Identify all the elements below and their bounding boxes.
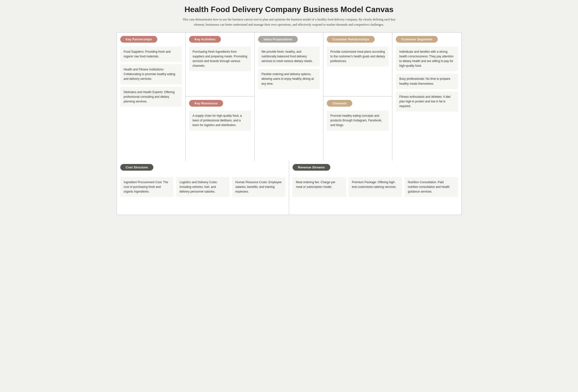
kp-card-1: Food Suppliers: Providing fresh and orga… bbox=[120, 46, 182, 62]
channels-label: Channels bbox=[327, 100, 352, 107]
key-activities-section: Key Activities Purchasing fresh ingredie… bbox=[186, 33, 254, 97]
cost-card-2: Logistics and Delivery Costs: Including … bbox=[176, 177, 230, 197]
customer-segments-label: Customer Segments bbox=[396, 36, 438, 42]
ka-card-1: Purchasing fresh ingredients from suppli… bbox=[189, 46, 251, 71]
kp-card-3: Dieticians and Health Experts: Offering … bbox=[120, 87, 182, 107]
cost-structure-cards: Ingredient Procurement Cost: The cost of… bbox=[120, 177, 286, 200]
key-partnerships-label: Key Partnerships bbox=[120, 36, 157, 42]
page-subtitle: This case demonstrates how to use the bu… bbox=[178, 17, 400, 27]
key-resources-label: Key Resources bbox=[189, 100, 223, 107]
customer-relationships-channels-cell: Customer Relationships Provide customize… bbox=[323, 33, 392, 160]
cost-card-3: Human Resource Costs: Employee salaries,… bbox=[232, 177, 286, 197]
cost-structure-cell: Cost Structure Ingredient Procurement Co… bbox=[117, 160, 289, 215]
value-propositions-label: Value Propositions bbox=[258, 36, 298, 42]
vp-card-2: Flexible ordering and delivery options, … bbox=[258, 69, 320, 89]
channels-section: Channels Promote healthy eating concepts… bbox=[323, 97, 392, 160]
bottom-section: Cost Structure Ingredient Procurement Co… bbox=[117, 160, 461, 215]
vp-card-1: We provide fresh, healthy, and nutrition… bbox=[258, 46, 320, 67]
revenue-streams-label: Revenue Streams bbox=[292, 164, 330, 171]
rev-card-1: Meal ordering fee: Charge per meal or su… bbox=[292, 177, 346, 197]
top-grid: Key Partnerships Food Suppliers: Providi… bbox=[117, 33, 461, 160]
key-resources-section: Key Resources A supply chain for high-qu… bbox=[186, 97, 254, 160]
kp-card-2: Health and Fitness Institutions: Collabo… bbox=[120, 64, 182, 84]
cs-card-3: Fitness enthusiasts and athletes: A diet… bbox=[396, 92, 458, 112]
cost-structure-label: Cost Structure bbox=[120, 164, 153, 171]
ch-card-1: Promote healthy eating concepts and prod… bbox=[327, 111, 389, 131]
customer-segments-cell: Customer Segments Individuals and famili… bbox=[392, 33, 461, 160]
page-container: Health Food Delivery Company Business Mo… bbox=[117, 5, 462, 215]
kr-card-1: A supply chain for high-quality food, a … bbox=[189, 111, 251, 131]
cost-card-1: Ingredient Procurement Cost: The cost of… bbox=[120, 177, 174, 197]
customer-relationships-label: Customer Relationships bbox=[327, 36, 375, 42]
page-title: Health Food Delivery Company Business Mo… bbox=[117, 5, 462, 14]
revenue-streams-cell: Revenue Streams Meal ordering fee: Charg… bbox=[289, 160, 461, 215]
revenue-streams-cards: Meal ordering fee: Charge per meal or su… bbox=[292, 177, 458, 200]
value-propositions-cell: Value Propositions We provide fresh, hea… bbox=[255, 33, 324, 160]
customer-relationships-section: Customer Relationships Provide customize… bbox=[323, 33, 392, 97]
rev-card-2: Premium Package: Offering high-end custo… bbox=[348, 177, 402, 197]
rev-card-3: Nutrition Consultation: Paid nutrition c… bbox=[404, 177, 458, 197]
business-model-canvas: Key Partnerships Food Suppliers: Providi… bbox=[117, 32, 462, 215]
key-activities-resources-cell: Key Activities Purchasing fresh ingredie… bbox=[186, 33, 255, 160]
key-partnerships-cell: Key Partnerships Food Suppliers: Providi… bbox=[117, 33, 186, 160]
cs-card-2: Busy professionals: No time to prepare h… bbox=[396, 74, 458, 89]
cs-card-1: Individuals and families with a strong h… bbox=[396, 46, 458, 71]
cr-card-1: Provide customized meal plans according … bbox=[327, 46, 389, 67]
key-activities-label: Key Activities bbox=[189, 36, 221, 42]
